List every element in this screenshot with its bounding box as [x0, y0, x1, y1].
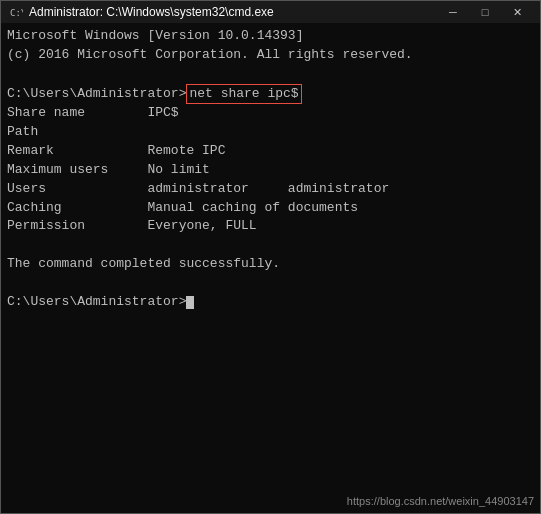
prompt-2: C:\Users\Administrator> [7, 293, 186, 312]
console-area[interactable]: Microsoft Windows [Version 10.0.14393] (… [1, 23, 540, 513]
command-text: net share ipc$ [186, 84, 301, 105]
active-prompt-line: C:\Users\Administrator> [7, 293, 534, 312]
prompt-1: C:\Users\Administrator> [7, 85, 186, 104]
watermark: https://blog.csdn.net/weixin_44903147 [347, 495, 534, 507]
maximize-button[interactable]: □ [470, 3, 500, 21]
command-input-line: C:\Users\Administrator>net share ipc$ [7, 84, 534, 105]
console-line-7: Maximum users No limit [7, 161, 534, 180]
window-controls: ─ □ ✕ [438, 3, 532, 21]
title-bar-text: Administrator: C:\Windows\system32\cmd.e… [29, 5, 438, 19]
console-line-blank-1 [7, 65, 534, 84]
console-line-9: Caching Manual caching of documents [7, 199, 534, 218]
console-line-6: Remark Remote IPC [7, 142, 534, 161]
cursor [186, 296, 194, 309]
cmd-window: C:\ Administrator: C:\Windows\system32\c… [0, 0, 541, 514]
close-button[interactable]: ✕ [502, 3, 532, 21]
console-line-8: Users administrator administrator [7, 180, 534, 199]
console-line-4: Share name IPC$ [7, 104, 534, 123]
svg-text:C:\: C:\ [10, 8, 23, 18]
console-line-1: Microsoft Windows [Version 10.0.14393] [7, 27, 534, 46]
console-line-12: The command completed successfully. [7, 255, 534, 274]
console-line-10: Permission Everyone, FULL [7, 217, 534, 236]
console-line-blank-2 [7, 236, 534, 255]
cmd-icon: C:\ [9, 5, 23, 19]
minimize-button[interactable]: ─ [438, 3, 468, 21]
console-line-5: Path [7, 123, 534, 142]
title-bar: C:\ Administrator: C:\Windows\system32\c… [1, 1, 540, 23]
console-line-2: (c) 2016 Microsoft Corporation. All righ… [7, 46, 534, 65]
console-line-blank-3 [7, 274, 534, 293]
